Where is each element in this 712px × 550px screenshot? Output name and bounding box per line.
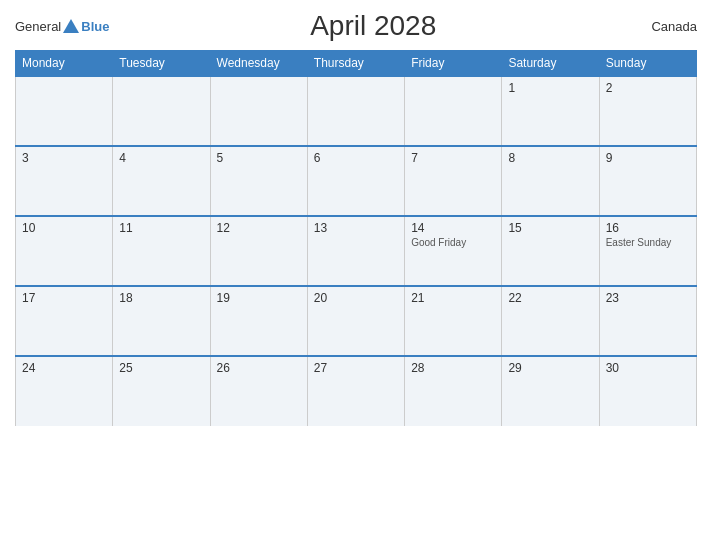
calendar-cell: 7 — [405, 146, 502, 216]
calendar-week-row: 24252627282930 — [16, 356, 697, 426]
day-number: 8 — [508, 151, 592, 165]
calendar-cell: 21 — [405, 286, 502, 356]
calendar-header-row: Monday Tuesday Wednesday Thursday Friday… — [16, 51, 697, 77]
calendar-cell: 19 — [210, 286, 307, 356]
calendar-cell: 20 — [307, 286, 404, 356]
day-number: 26 — [217, 361, 301, 375]
day-number: 3 — [22, 151, 106, 165]
day-number: 29 — [508, 361, 592, 375]
day-number: 17 — [22, 291, 106, 305]
day-number: 24 — [22, 361, 106, 375]
calendar-body: 1234567891011121314Good Friday1516Easter… — [16, 76, 697, 426]
day-number: 28 — [411, 361, 495, 375]
calendar-cell — [113, 76, 210, 146]
calendar-cell: 22 — [502, 286, 599, 356]
logo-general-text: General — [15, 19, 61, 34]
holiday-label: Easter Sunday — [606, 237, 690, 248]
calendar-cell — [307, 76, 404, 146]
calendar-cell: 2 — [599, 76, 696, 146]
col-friday: Friday — [405, 51, 502, 77]
calendar-cell: 1 — [502, 76, 599, 146]
calendar-cell: 16Easter Sunday — [599, 216, 696, 286]
day-number: 14 — [411, 221, 495, 235]
calendar-cell: 11 — [113, 216, 210, 286]
logo-triangle-icon — [63, 19, 79, 33]
calendar-cell: 6 — [307, 146, 404, 216]
calendar-cell: 12 — [210, 216, 307, 286]
calendar-cell: 27 — [307, 356, 404, 426]
day-number: 13 — [314, 221, 398, 235]
day-number: 19 — [217, 291, 301, 305]
day-number: 30 — [606, 361, 690, 375]
calendar-cell: 23 — [599, 286, 696, 356]
col-monday: Monday — [16, 51, 113, 77]
calendar-table: Monday Tuesday Wednesday Thursday Friday… — [15, 50, 697, 426]
calendar-cell: 4 — [113, 146, 210, 216]
day-number: 5 — [217, 151, 301, 165]
day-number: 9 — [606, 151, 690, 165]
col-tuesday: Tuesday — [113, 51, 210, 77]
holiday-label: Good Friday — [411, 237, 495, 248]
calendar-cell: 24 — [16, 356, 113, 426]
calendar-cell: 13 — [307, 216, 404, 286]
calendar-cell: 3 — [16, 146, 113, 216]
calendar-cell: 29 — [502, 356, 599, 426]
calendar-cell — [16, 76, 113, 146]
country-label: Canada — [637, 19, 697, 34]
calendar-cell: 26 — [210, 356, 307, 426]
day-number: 1 — [508, 81, 592, 95]
calendar-title: April 2028 — [109, 10, 637, 42]
day-number: 12 — [217, 221, 301, 235]
calendar-cell — [405, 76, 502, 146]
day-number: 4 — [119, 151, 203, 165]
day-number: 18 — [119, 291, 203, 305]
day-number: 16 — [606, 221, 690, 235]
day-number: 21 — [411, 291, 495, 305]
calendar-week-row: 3456789 — [16, 146, 697, 216]
day-number: 11 — [119, 221, 203, 235]
calendar-cell: 10 — [16, 216, 113, 286]
calendar-cell: 28 — [405, 356, 502, 426]
calendar-cell: 8 — [502, 146, 599, 216]
header: General Blue April 2028 Canada — [15, 10, 697, 42]
calendar-cell: 5 — [210, 146, 307, 216]
calendar-week-row: 12 — [16, 76, 697, 146]
calendar-cell: 9 — [599, 146, 696, 216]
day-number: 2 — [606, 81, 690, 95]
day-number: 27 — [314, 361, 398, 375]
day-number: 23 — [606, 291, 690, 305]
col-sunday: Sunday — [599, 51, 696, 77]
col-saturday: Saturday — [502, 51, 599, 77]
day-number: 7 — [411, 151, 495, 165]
calendar-week-row: 17181920212223 — [16, 286, 697, 356]
calendar-week-row: 1011121314Good Friday1516Easter Sunday — [16, 216, 697, 286]
calendar-cell: 14Good Friday — [405, 216, 502, 286]
day-number: 22 — [508, 291, 592, 305]
col-wednesday: Wednesday — [210, 51, 307, 77]
calendar-header: Monday Tuesday Wednesday Thursday Friday… — [16, 51, 697, 77]
col-thursday: Thursday — [307, 51, 404, 77]
calendar-cell: 18 — [113, 286, 210, 356]
calendar-cell: 25 — [113, 356, 210, 426]
day-number: 20 — [314, 291, 398, 305]
day-number: 15 — [508, 221, 592, 235]
page: General Blue April 2028 Canada Monday Tu… — [0, 0, 712, 550]
day-number: 25 — [119, 361, 203, 375]
calendar-cell: 17 — [16, 286, 113, 356]
calendar-cell — [210, 76, 307, 146]
calendar-cell: 15 — [502, 216, 599, 286]
day-number: 6 — [314, 151, 398, 165]
day-number: 10 — [22, 221, 106, 235]
calendar-cell: 30 — [599, 356, 696, 426]
logo: General Blue — [15, 19, 109, 34]
logo-blue-text: Blue — [81, 19, 109, 34]
